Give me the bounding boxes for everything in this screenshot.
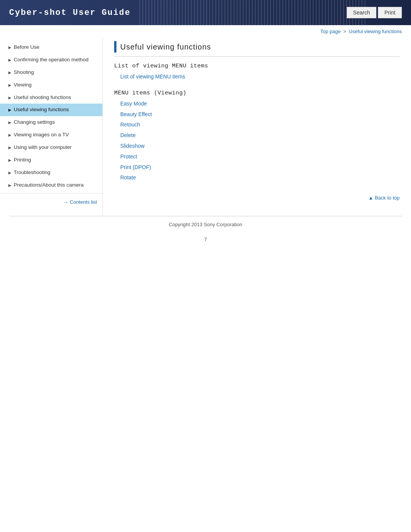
menu-item-link-protect[interactable]: Protect <box>114 152 400 162</box>
search-button[interactable]: Search <box>347 7 376 18</box>
sidebar-arrow-icon: ▶ <box>8 70 11 75</box>
page-layout: ▶Before Use▶Confirming the operation met… <box>0 37 411 216</box>
list-section-title: List of viewing MENU items <box>114 63 400 69</box>
sidebar-item-confirming[interactable]: ▶Confirming the operation method <box>0 54 102 66</box>
site-title: Cyber-shot User Guide <box>9 8 131 18</box>
menu-item-link-easy-mode[interactable]: Easy Mode <box>114 99 400 109</box>
sidebar-arrow-icon: ▶ <box>8 145 11 150</box>
main-content: Useful viewing functions List of viewing… <box>103 37 411 216</box>
sidebar-item-precautions[interactable]: ▶Precautions/About this camera <box>0 179 102 192</box>
sidebar-item-shooting[interactable]: ▶Shooting <box>0 66 102 79</box>
sidebar-arrow-icon: ▶ <box>8 107 11 113</box>
sidebar-item-label: Printing <box>14 157 31 164</box>
sidebar-arrow-icon: ▶ <box>8 45 11 50</box>
contents-arrow-icon: → <box>63 199 68 205</box>
menu-item-link-rotate[interactable]: Rotate <box>114 173 400 183</box>
sidebar-item-label: Useful viewing functions <box>14 106 69 113</box>
sidebar-item-label: Before Use <box>14 44 40 51</box>
sidebar-arrow-icon: ▶ <box>8 120 11 125</box>
sidebar-item-viewing-tv[interactable]: ▶Viewing images on a TV <box>0 129 102 141</box>
sidebar-item-before-use[interactable]: ▶Before Use <box>0 41 102 54</box>
print-button[interactable]: Print <box>378 7 402 18</box>
menu-item-link-print-dpof[interactable]: Print (DPOF) <box>114 162 400 173</box>
footer: Copyright 2013 Sony Corporation <box>0 216 411 233</box>
sidebar-item-label: Using with your computer <box>14 144 72 151</box>
sidebar-arrow-icon: ▶ <box>8 95 11 101</box>
sidebar-item-viewing[interactable]: ▶Viewing <box>0 79 102 91</box>
sidebar-item-using-computer[interactable]: ▶Using with your computer <box>0 141 102 154</box>
back-to-top-triangle-icon: ▲ <box>368 195 373 201</box>
sidebar-item-label: Troubleshooting <box>14 169 50 176</box>
sidebar-arrow-icon: ▶ <box>8 158 11 163</box>
header: Cyber-shot User Guide Search Print <box>0 0 411 25</box>
back-to-top-row: ▲ Back to top <box>114 183 400 204</box>
sidebar-item-useful-viewing[interactable]: ▶Useful viewing functions <box>0 104 102 116</box>
sidebar-arrow-icon: ▶ <box>8 183 11 188</box>
back-to-top-link[interactable]: ▲ Back to top <box>368 195 400 201</box>
menu-item-link-beauty-effect[interactable]: Beauty Effect <box>114 109 400 120</box>
contents-list-label: Contents list <box>70 199 97 205</box>
list-of-viewing-menu-items-link[interactable]: List of viewing MENU items <box>114 72 400 82</box>
sidebar-item-useful-shooting[interactable]: ▶Useful shooting functions <box>0 91 102 104</box>
sidebar-item-troubleshooting[interactable]: ▶Troubleshooting <box>0 166 102 179</box>
back-to-top-label: Back to top <box>375 195 400 201</box>
menu-item-link-delete[interactable]: Delete <box>114 130 400 141</box>
sidebar-item-label: Precautions/About this camera <box>14 182 84 189</box>
sidebar-item-label: Viewing <box>14 81 32 89</box>
contents-list-link[interactable]: → Contents list <box>63 199 97 205</box>
contents-link-row: → Contents list <box>0 195 102 207</box>
sidebar-item-label: Changing settings <box>14 119 55 126</box>
page-heading: Useful viewing functions <box>114 41 400 57</box>
breadcrumb-current-link[interactable]: Useful viewing functions <box>349 29 402 34</box>
heading-bar-decoration <box>114 41 116 53</box>
sidebar-item-label: Viewing images on a TV <box>14 131 69 139</box>
copyright-text: Copyright 2013 Sony Corporation <box>169 222 242 227</box>
breadcrumb-top-link[interactable]: Top page <box>320 29 341 34</box>
header-buttons: Search Print <box>347 7 402 18</box>
sidebar-nav: ▶Before Use▶Confirming the operation met… <box>0 41 102 192</box>
sidebar: ▶Before Use▶Confirming the operation met… <box>0 37 103 216</box>
sidebar-arrow-icon: ▶ <box>8 83 11 88</box>
menu-section-title: MENU items (Viewing) <box>114 90 400 96</box>
sidebar-item-printing[interactable]: ▶Printing <box>0 154 102 166</box>
sidebar-item-changing-settings[interactable]: ▶Changing settings <box>0 116 102 129</box>
sidebar-arrow-icon: ▶ <box>8 133 11 138</box>
sidebar-item-label: Confirming the operation method <box>14 56 89 64</box>
page-title: Useful viewing functions <box>120 43 211 51</box>
sidebar-item-label: Shooting <box>14 69 34 76</box>
sidebar-divider <box>0 193 102 193</box>
breadcrumb-separator: > <box>343 29 346 34</box>
menu-item-link-retouch[interactable]: Retouch <box>114 120 400 130</box>
sidebar-item-label: Useful shooting functions <box>14 94 71 101</box>
menu-links: Easy ModeBeauty EffectRetouchDeleteSlide… <box>114 99 400 183</box>
sidebar-arrow-icon: ▶ <box>8 170 11 176</box>
menu-item-link-slideshow[interactable]: Slideshow <box>114 141 400 152</box>
page-number: 7 <box>0 233 411 246</box>
header-stripe-decoration <box>137 0 365 25</box>
breadcrumb: Top page > Useful viewing functions <box>0 25 411 37</box>
sidebar-arrow-icon: ▶ <box>8 58 11 63</box>
